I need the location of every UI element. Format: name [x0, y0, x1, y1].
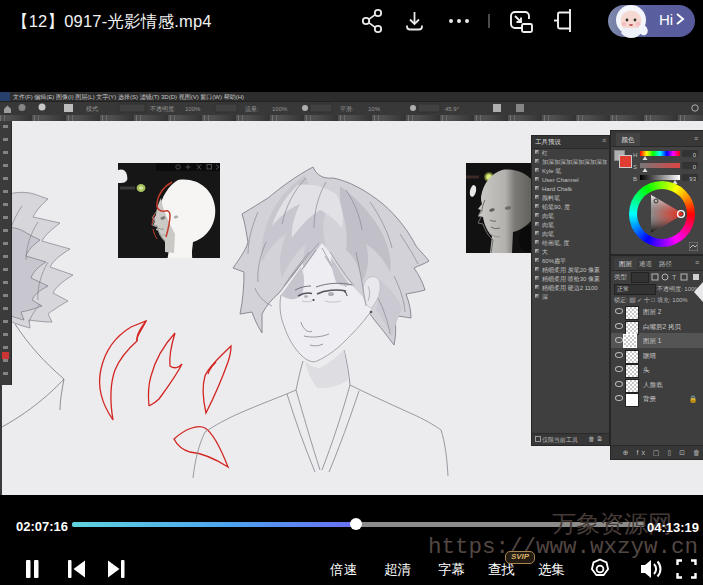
- svg-text:100%: 100%: [185, 106, 201, 112]
- svg-text:100%: 100%: [272, 106, 288, 112]
- svg-text:不透明度:: 不透明度:: [150, 105, 176, 113]
- svg-text:45.9°: 45.9°: [445, 106, 460, 112]
- svg-text:流量:: 流量:: [245, 105, 259, 113]
- svg-text:平滑:: 平滑:: [340, 105, 354, 112]
- svg-text:模式:: 模式:: [86, 106, 100, 112]
- svg-text:10%: 10%: [368, 106, 381, 112]
